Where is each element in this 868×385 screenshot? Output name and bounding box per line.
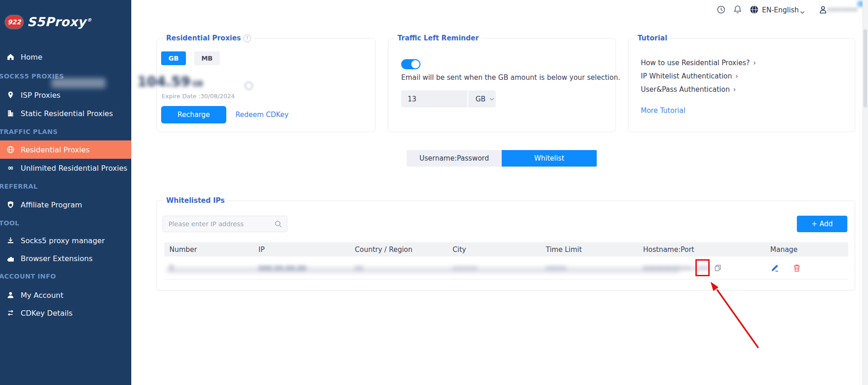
column-header-manage: Manage [765, 246, 848, 254]
tutorial-link-userpass[interactable]: User&Pass Authentication› [641, 85, 736, 94]
edit-pencil-icon[interactable] [770, 263, 779, 273]
chevron-down-icon[interactable] [800, 8, 805, 17]
download-icon [6, 236, 15, 245]
chevron-right-icon: › [733, 86, 736, 93]
sidebar-item-label: ISP Proxies [21, 91, 61, 100]
column-header-time-limit: Time Limit [541, 246, 638, 254]
auth-tabs: Username:Password Whitelist [407, 150, 597, 167]
column-header-hostname-port: Hostname:Port [638, 246, 765, 254]
threshold-input-group: GB [401, 90, 496, 107]
username-blurred[interactable]: xxxxxxxx [827, 6, 862, 14]
ip-search-input[interactable] [163, 220, 274, 228]
refresh-icon-blurred [245, 82, 253, 90]
sidebar-item-residential-proxies[interactable]: Residential Proxies [0, 140, 131, 159]
delete-trash-icon[interactable] [792, 263, 801, 273]
column-header-ip: IP [253, 246, 350, 254]
add-whitelist-button[interactable]: + Add [797, 216, 847, 232]
brand-logo[interactable]: 922 S5Proxy® [6, 15, 92, 29]
sidebar-item-home[interactable]: Home [0, 48, 131, 66]
sidebar-item-label: Browser Extensions [21, 254, 93, 263]
infinity-icon: ∞ [6, 164, 15, 172]
threshold-unit-select[interactable]: GB [468, 95, 494, 103]
redaction-smear [166, 267, 680, 273]
column-header-number: Number [164, 246, 253, 254]
sidebar-item-unlimited-residential[interactable]: ∞ Unlimited Residential Proxies [0, 159, 131, 177]
card-title: Traffic Left Reminder [395, 34, 482, 42]
card-title: Residential Proxies ? [163, 34, 254, 42]
reminder-description: Email will be sent when the GB amount is… [401, 73, 620, 82]
globe-icon[interactable] [749, 5, 759, 15]
sidebar-item-label: Socks5 proxy manager [21, 236, 105, 245]
shield-icon [6, 201, 15, 209]
sidebar-item-label: CDKey Details [21, 309, 73, 318]
sidebar-item-isp-proxies[interactable]: ISP Proxies [0, 86, 131, 104]
sidebar-section-referral: REFERRAL [0, 182, 38, 191]
pin-icon [6, 91, 15, 99]
panel-title: Whitelisted IPs [163, 196, 227, 205]
logo-text: S5Proxy® [27, 15, 92, 29]
help-icon[interactable]: ? [243, 34, 251, 42]
sidebar-section-tool: TOOL [0, 218, 19, 228]
sidebar-item-affiliate-program[interactable]: Affiliate Program [0, 195, 131, 214]
language-selector[interactable]: EN-English [762, 6, 799, 14]
home-icon [6, 53, 15, 61]
user-icon [6, 291, 15, 299]
card-title: Tutorial [635, 34, 670, 42]
sidebar: 922 S5Proxy® Home SOCKS5 PROXIES ISP Pro… [0, 0, 131, 385]
sidebar-item-my-account[interactable]: My Account [0, 286, 131, 304]
sidebar-item-cdkey-details[interactable]: CDKey Details [0, 304, 131, 322]
column-header-city: City [448, 246, 541, 254]
redaction-smear [51, 78, 106, 88]
tab-username-password[interactable]: Username:Password [407, 150, 502, 167]
sidebar-item-browser-extensions[interactable]: Browser Extensions [0, 249, 131, 268]
redeem-cdkey-link[interactable]: Redeem CDKey [235, 111, 289, 119]
tutorial-link-how-to-use[interactable]: How to use Residential Proxies?› [641, 59, 756, 67]
reminder-toggle[interactable] [401, 59, 420, 69]
registered-mark: ® [87, 17, 92, 22]
table-header: Number IP Country / Region City Time Lim… [164, 242, 848, 257]
vertical-scrollbar-thumb[interactable] [863, 29, 867, 107]
sidebar-item-label: Home [21, 53, 42, 61]
logo-922-badge: 922 [6, 16, 23, 28]
globe-icon [6, 145, 15, 154]
sidebar-item-label: Unlimited Residential Proxies [21, 164, 127, 173]
copy-icon[interactable] [713, 263, 722, 273]
ip-search-box [162, 216, 287, 232]
sidebar-item-label: Affiliate Program [21, 201, 82, 209]
expire-date: Expire Date :30/08/2024 [162, 93, 235, 100]
tutorial-link-ip-whitelist[interactable]: IP Whitelist Authentication› [641, 72, 738, 80]
bell-icon[interactable] [733, 5, 743, 15]
sidebar-section-traffic-plans: TRAFFIC PLANS [0, 127, 58, 136]
sidebar-item-label: Residential Proxies [21, 145, 90, 154]
sidebar-item-static-residential[interactable]: Static Residential Proxies [0, 104, 131, 123]
sidebar-item-label: My Account [21, 291, 63, 300]
unit-gb-button[interactable]: GB [161, 51, 186, 65]
copy-icon-highlight-box [695, 259, 710, 276]
more-tutorial-link[interactable]: More Tutorial [641, 106, 685, 115]
card-traffic-left-reminder: Traffic Left Reminder Email will be sent… [388, 38, 616, 132]
whitelisted-ips-panel: Whitelisted IPs + Add Number IP Country … [157, 201, 855, 290]
sidebar-item-label: Static Residential Proxies [21, 109, 113, 118]
recharge-button[interactable]: Recharge [161, 106, 226, 123]
history-icon[interactable] [716, 5, 726, 15]
sidebar-item-socks5-proxy-manager[interactable]: Socks5 proxy manager [0, 231, 131, 250]
tab-whitelist[interactable]: Whitelist [502, 150, 597, 167]
column-header-country: Country / Region [350, 246, 448, 254]
building-icon [6, 109, 15, 117]
chevron-down-icon [489, 97, 494, 101]
app-window: 922 S5Proxy® Home SOCKS5 PROXIES ISP Pro… [0, 0, 868, 385]
sidebar-section-account-info: ACCOUNT INFO [0, 272, 56, 281]
traffic-amount-blurred: 104.59GB [137, 73, 247, 93]
card-tutorial: Tutorial How to use Residential Proxies?… [628, 38, 855, 132]
swap-icon [6, 309, 15, 317]
puzzle-icon [6, 254, 15, 262]
unit-mb-button[interactable]: MB [194, 51, 220, 65]
search-icon[interactable] [274, 220, 282, 228]
user-avatar-icon[interactable] [818, 5, 828, 15]
threshold-input[interactable] [401, 95, 462, 104]
chevron-right-icon: › [735, 73, 738, 80]
chevron-right-icon: › [753, 59, 756, 67]
